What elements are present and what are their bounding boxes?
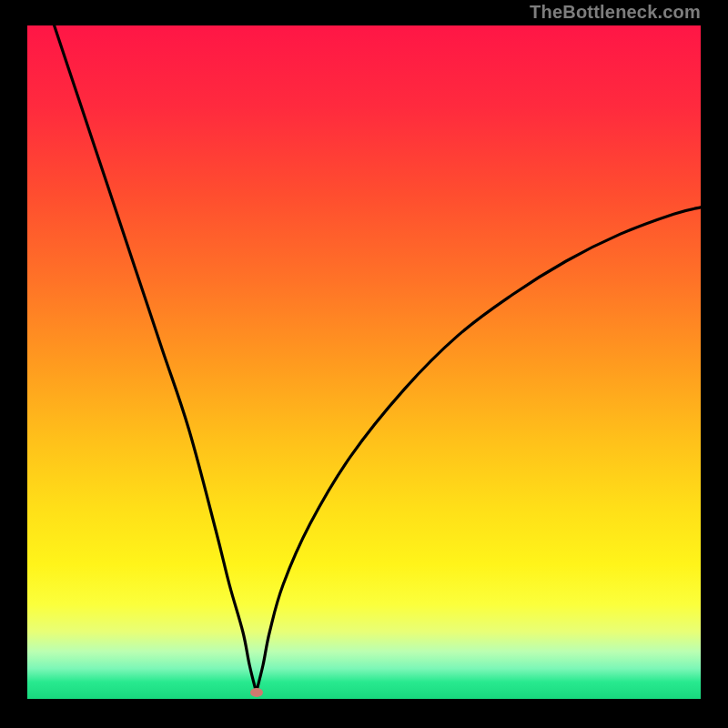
chart-frame — [27, 25, 701, 699]
watermark-text: TheBottleneck.com — [530, 2, 701, 23]
chart-svg — [27, 25, 701, 699]
chart-background — [27, 25, 701, 699]
optimum-dot — [250, 688, 263, 697]
